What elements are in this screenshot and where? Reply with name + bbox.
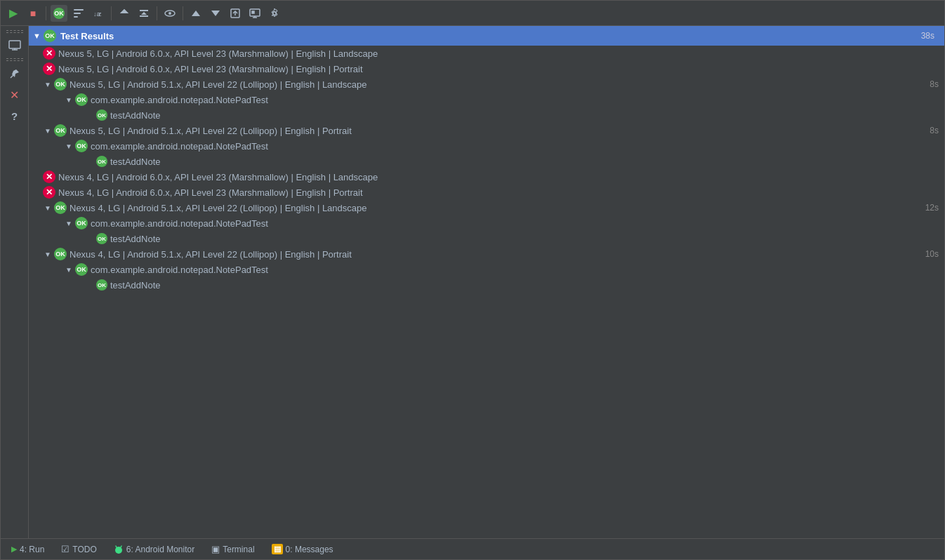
sidebar-dots-2 — [6, 58, 23, 61]
export-button[interactable] — [227, 5, 244, 22]
screen-button[interactable] — [246, 5, 263, 22]
row-text-row7: com.example.android.notepad.NotePadTest — [91, 141, 268, 152]
ok-badge-sm-row5: OK — [96, 109, 107, 121]
tree-row-row14[interactable]: ▼OKNexus 4, LG | Android 5.1.x, API Leve… — [29, 246, 944, 262]
ok-badge-row14: OK — [54, 248, 67, 260]
scroll-down-button[interactable] — [207, 5, 224, 22]
root-row[interactable]: ▼ OK Test Results 38s — [29, 26, 944, 46]
settings-button[interactable] — [266, 5, 283, 22]
collapse-all-button[interactable] — [136, 5, 152, 22]
chevron-row3: ▼ — [43, 79, 53, 89]
expand-all-button[interactable] — [116, 5, 133, 22]
content-area: ✕ ? ▼ OK Test Results 38s ✕Nexus 5, LG |… — [1, 26, 944, 538]
sidebar: ✕ ? — [1, 26, 29, 538]
tree-row-row8[interactable]: OKtestAddNote — [29, 154, 944, 169]
svg-marker-7 — [141, 12, 147, 15]
sidebar-icon-question[interactable]: ? — [4, 106, 25, 126]
ok-badge-sm-row13: OK — [96, 233, 107, 244]
svg-text:z: z — [98, 11, 102, 18]
ok-badge-sm-row8: OK — [96, 156, 107, 167]
tree-row-row15[interactable]: ▼OKcom.example.android.notepad.NotePadTe… — [29, 262, 944, 277]
error-badge-row2: ✕ — [43, 62, 55, 75]
svg-rect-1 — [74, 13, 81, 14]
tree-row-row2[interactable]: ✕Nexus 5, LG | Android 6.0.x, API Level … — [29, 61, 944, 76]
tab-label-todo: TODO — [72, 545, 96, 554]
row-text-row1: Nexus 5, LG | Android 6.0.x, API Level 2… — [58, 48, 378, 59]
chevron-row12: ▼ — [64, 218, 74, 228]
chevron-row7: ▼ — [64, 141, 74, 151]
sidebar-icon-close[interactable]: ✕ — [4, 85, 25, 105]
tree-panel[interactable]: ▼ OK Test Results 38s ✕Nexus 5, LG | And… — [29, 26, 944, 538]
tree-row-row11[interactable]: ▼OKNexus 4, LG | Android 5.1.x, API Leve… — [29, 200, 944, 215]
tree-row-row9[interactable]: ✕Nexus 4, LG | Android 6.0.x, API Level … — [29, 169, 944, 185]
tree-row-row3[interactable]: ▼OKNexus 5, LG | Android 5.1.x, API Leve… — [29, 76, 944, 92]
row-duration-row11: 12s — [925, 203, 944, 213]
bottom-tab-terminal[interactable]: ▣Terminal — [204, 540, 262, 559]
todo-icon: ☑ — [61, 544, 70, 554]
chevron-row14: ▼ — [43, 249, 53, 259]
row-text-row16: testAddNote — [110, 280, 161, 291]
row-text-row13: testAddNote — [110, 234, 161, 244]
bottom-tab-messages[interactable]: ▤0: Messages — [264, 540, 341, 559]
stop-button[interactable]: ■ — [25, 5, 41, 22]
ok-badge-row4: OK — [75, 93, 88, 106]
root-chevron: ▼ — [33, 32, 41, 40]
toolbar: ▶ ■ OK ↓az — [1, 1, 944, 26]
root-ok-badge: OK — [44, 29, 56, 42]
svg-rect-20 — [9, 41, 20, 48]
eye-button[interactable] — [161, 5, 178, 22]
svg-rect-25 — [116, 549, 121, 552]
tree-row-row10[interactable]: ✕Nexus 4, LG | Android 6.0.x, API Level … — [29, 185, 944, 200]
tab-label-run: 4: Run — [20, 545, 44, 554]
svg-rect-0 — [74, 9, 84, 11]
ok-badge-sm-row16: OK — [96, 279, 107, 291]
tree-row-row16[interactable]: OKtestAddNote — [29, 277, 944, 293]
row-text-row9: Nexus 4, LG | Android 6.0.x, API Level 2… — [58, 172, 378, 182]
tree-rows-container: ✕Nexus 5, LG | Android 6.0.x, API Level … — [29, 46, 944, 293]
sort-alpha-button[interactable]: ↓az — [90, 5, 107, 22]
tree-row-row7[interactable]: ▼OKcom.example.android.notepad.NotePadTe… — [29, 138, 944, 154]
row-text-row15: com.example.android.notepad.NotePadTest — [91, 265, 268, 275]
row-duration-row3: 8s — [930, 79, 944, 89]
svg-rect-19 — [252, 11, 254, 13]
ok-badge-row12: OK — [75, 217, 88, 229]
sort-list-button[interactable] — [70, 5, 87, 22]
separator-2 — [111, 6, 112, 20]
tree-row-row5[interactable]: OKtestAddNote — [29, 107, 944, 123]
bottom-tab-run[interactable]: ▶4: Run — [4, 540, 52, 559]
svg-line-26 — [116, 546, 117, 547]
bottom-toolbar: ▶4: Run☑TODO6: Android Monitor▣Terminal▤… — [1, 538, 944, 559]
root-duration: 38s — [921, 31, 940, 41]
bottom-tabs: ▶4: Run☑TODO6: Android Monitor▣Terminal▤… — [4, 540, 341, 559]
svg-line-23 — [11, 75, 13, 78]
root-label: Test Results — [60, 31, 114, 41]
play-button[interactable]: ▶ — [5, 5, 22, 22]
tree-row-row6[interactable]: ▼OKNexus 5, LG | Android 5.1.x, API Leve… — [29, 123, 944, 138]
tree-row-row1[interactable]: ✕Nexus 5, LG | Android 6.0.x, API Level … — [29, 46, 944, 61]
terminal-icon: ▣ — [211, 544, 220, 554]
svg-marker-6 — [120, 9, 128, 13]
sidebar-icon-pin[interactable] — [4, 64, 25, 84]
scroll-up-button[interactable] — [187, 5, 204, 22]
svg-marker-13 — [211, 11, 220, 16]
bottom-tab-todo[interactable]: ☑TODO — [53, 540, 104, 559]
error-badge-row9: ✕ — [43, 171, 55, 183]
row-text-row3: Nexus 5, LG | Android 5.1.x, API Level 2… — [70, 79, 367, 90]
ok-badge-row3: OK — [54, 78, 67, 91]
bottom-tab-android[interactable]: 6: Android Monitor — [106, 540, 202, 559]
separator-1 — [46, 6, 46, 20]
chevron-row6: ▼ — [43, 126, 53, 135]
ok-badge-row6: OK — [54, 124, 67, 137]
tab-label-messages: 0: Messages — [286, 545, 333, 554]
tree-row-row12[interactable]: ▼OKcom.example.android.notepad.NotePadTe… — [29, 215, 944, 231]
ok-badge-row15: OK — [75, 263, 88, 276]
row-text-row4: com.example.android.notepad.NotePadTest — [91, 95, 268, 105]
separator-3 — [157, 6, 157, 20]
row-text-row6: Nexus 5, LG | Android 5.1.x, API Level 2… — [70, 126, 352, 136]
tree-row-row4[interactable]: ▼OKcom.example.android.notepad.NotePadTe… — [29, 92, 944, 107]
sidebar-icon-monitor[interactable] — [4, 36, 25, 55]
row-duration-row14: 10s — [925, 249, 944, 259]
ok-filter-button[interactable]: OK — [51, 5, 67, 22]
row-text-row5: testAddNote — [110, 110, 161, 121]
tree-row-row13[interactable]: OKtestAddNote — [29, 231, 944, 246]
